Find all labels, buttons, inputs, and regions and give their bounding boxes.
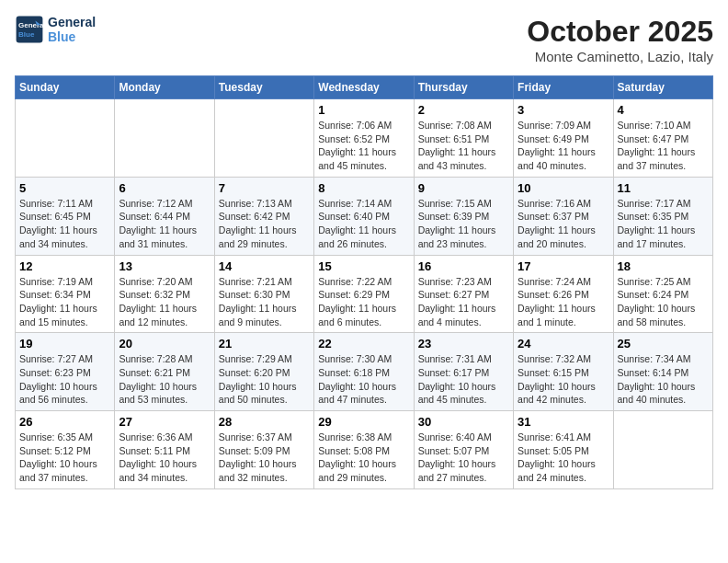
day-cell: 25Sunrise: 7:34 AM Sunset: 6:14 PM Dayli…: [613, 333, 712, 411]
header-thursday: Thursday: [414, 76, 513, 99]
day-cell: 29Sunrise: 6:38 AM Sunset: 5:08 PM Dayli…: [314, 411, 414, 489]
svg-text:General: General: [18, 21, 44, 29]
day-cell: 26Sunrise: 6:35 AM Sunset: 5:12 PM Dayli…: [16, 411, 115, 489]
header-monday: Monday: [115, 76, 214, 99]
day-cell: 21Sunrise: 7:29 AM Sunset: 6:20 PM Dayli…: [214, 333, 313, 411]
header-tuesday: Tuesday: [214, 76, 313, 99]
day-cell: 31Sunrise: 6:41 AM Sunset: 5:05 PM Dayli…: [514, 411, 613, 489]
day-cell: 23Sunrise: 7:31 AM Sunset: 6:17 PM Dayli…: [414, 333, 513, 411]
day-info: Sunrise: 7:09 AM Sunset: 6:49 PM Dayligh…: [518, 119, 609, 173]
day-info: Sunrise: 6:40 AM Sunset: 5:07 PM Dayligh…: [418, 431, 509, 485]
day-cell: [214, 99, 313, 178]
logo-general: General: [48, 15, 96, 29]
day-cell: [16, 99, 115, 178]
header-wednesday: Wednesday: [314, 76, 414, 99]
day-number: 7: [219, 181, 310, 195]
logo-blue: Blue: [48, 29, 96, 44]
day-info: Sunrise: 7:25 AM Sunset: 6:24 PM Dayligh…: [618, 275, 709, 329]
day-number: 17: [518, 259, 609, 273]
day-cell: 14Sunrise: 7:21 AM Sunset: 6:30 PM Dayli…: [214, 255, 313, 333]
day-info: Sunrise: 7:32 AM Sunset: 6:15 PM Dayligh…: [518, 352, 609, 407]
day-cell: 15Sunrise: 7:22 AM Sunset: 6:29 PM Dayli…: [314, 255, 414, 333]
day-cell: 19Sunrise: 7:27 AM Sunset: 6:23 PM Dayli…: [16, 333, 115, 411]
calendar-table: SundayMondayTuesdayWednesdayThursdayFrid…: [15, 75, 713, 489]
day-info: Sunrise: 7:20 AM Sunset: 6:32 PM Dayligh…: [119, 275, 210, 329]
day-info: Sunrise: 7:15 AM Sunset: 6:39 PM Dayligh…: [418, 197, 509, 251]
day-cell: 30Sunrise: 6:40 AM Sunset: 5:07 PM Dayli…: [414, 411, 513, 489]
day-cell: 22Sunrise: 7:30 AM Sunset: 6:18 PM Dayli…: [314, 333, 414, 411]
day-number: 14: [219, 259, 310, 273]
day-cell: [115, 99, 214, 178]
week-row-0: 1Sunrise: 7:06 AM Sunset: 6:52 PM Daylig…: [16, 99, 713, 178]
day-cell: 7Sunrise: 7:13 AM Sunset: 6:42 PM Daylig…: [214, 177, 313, 255]
day-cell: 27Sunrise: 6:36 AM Sunset: 5:11 PM Dayli…: [115, 411, 214, 489]
day-cell: 18Sunrise: 7:25 AM Sunset: 6:24 PM Dayli…: [613, 255, 712, 333]
day-number: 25: [618, 337, 709, 350]
day-cell: 9Sunrise: 7:15 AM Sunset: 6:39 PM Daylig…: [414, 177, 513, 255]
day-cell: 16Sunrise: 7:23 AM Sunset: 6:27 PM Dayli…: [414, 255, 513, 333]
day-number: 1: [318, 103, 409, 117]
day-info: Sunrise: 7:19 AM Sunset: 6:34 PM Dayligh…: [19, 275, 110, 329]
day-cell: 12Sunrise: 7:19 AM Sunset: 6:34 PM Dayli…: [16, 255, 115, 333]
day-number: 2: [418, 103, 509, 117]
day-number: 26: [19, 415, 110, 429]
day-number: 4: [618, 103, 709, 117]
header-saturday: Saturday: [613, 76, 712, 99]
day-info: Sunrise: 7:11 AM Sunset: 6:45 PM Dayligh…: [19, 197, 110, 251]
day-number: 15: [318, 259, 409, 273]
day-number: 8: [318, 181, 409, 195]
day-number: 20: [119, 337, 210, 350]
day-info: Sunrise: 6:35 AM Sunset: 5:12 PM Dayligh…: [19, 431, 110, 485]
day-cell: 1Sunrise: 7:06 AM Sunset: 6:52 PM Daylig…: [314, 99, 414, 178]
day-number: 11: [618, 181, 709, 195]
day-info: Sunrise: 7:34 AM Sunset: 6:14 PM Dayligh…: [618, 352, 709, 407]
day-number: 3: [518, 103, 609, 117]
day-number: 6: [119, 181, 210, 195]
day-number: 12: [19, 259, 110, 273]
day-cell: 11Sunrise: 7:17 AM Sunset: 6:35 PM Dayli…: [613, 177, 712, 255]
day-cell: 20Sunrise: 7:28 AM Sunset: 6:21 PM Dayli…: [115, 333, 214, 411]
month-title: October 2025: [527, 15, 713, 49]
day-info: Sunrise: 6:38 AM Sunset: 5:08 PM Dayligh…: [318, 431, 409, 485]
day-number: 5: [19, 181, 110, 195]
day-number: 10: [518, 181, 609, 195]
day-info: Sunrise: 7:21 AM Sunset: 6:30 PM Dayligh…: [219, 275, 310, 329]
day-number: 13: [119, 259, 210, 273]
day-cell: 8Sunrise: 7:14 AM Sunset: 6:40 PM Daylig…: [314, 177, 414, 255]
header-friday: Friday: [514, 76, 613, 99]
calendar-body: 1Sunrise: 7:06 AM Sunset: 6:52 PM Daylig…: [16, 99, 713, 489]
day-info: Sunrise: 6:36 AM Sunset: 5:11 PM Dayligh…: [119, 431, 210, 485]
day-info: Sunrise: 7:22 AM Sunset: 6:29 PM Dayligh…: [318, 275, 409, 329]
day-cell: 6Sunrise: 7:12 AM Sunset: 6:44 PM Daylig…: [115, 177, 214, 255]
week-row-4: 26Sunrise: 6:35 AM Sunset: 5:12 PM Dayli…: [16, 411, 713, 489]
day-number: 21: [219, 337, 310, 350]
day-number: 9: [418, 181, 509, 195]
day-number: 18: [618, 259, 709, 273]
day-cell: 2Sunrise: 7:08 AM Sunset: 6:51 PM Daylig…: [414, 99, 513, 178]
day-number: 19: [19, 337, 110, 350]
day-info: Sunrise: 7:16 AM Sunset: 6:37 PM Dayligh…: [518, 197, 609, 251]
day-cell: 17Sunrise: 7:24 AM Sunset: 6:26 PM Dayli…: [514, 255, 613, 333]
day-cell: 5Sunrise: 7:11 AM Sunset: 6:45 PM Daylig…: [16, 177, 115, 255]
day-number: 31: [518, 415, 609, 429]
day-cell: 4Sunrise: 7:10 AM Sunset: 6:47 PM Daylig…: [613, 99, 712, 178]
day-number: 24: [518, 337, 609, 350]
day-number: 30: [418, 415, 509, 429]
day-cell: 28Sunrise: 6:37 AM Sunset: 5:09 PM Dayli…: [214, 411, 313, 489]
day-cell: 13Sunrise: 7:20 AM Sunset: 6:32 PM Dayli…: [115, 255, 214, 333]
logo: General Blue General Blue: [15, 15, 96, 44]
day-number: 22: [318, 337, 409, 350]
day-info: Sunrise: 7:27 AM Sunset: 6:23 PM Dayligh…: [19, 352, 110, 407]
header-row: SundayMondayTuesdayWednesdayThursdayFrid…: [16, 76, 713, 99]
day-info: Sunrise: 6:37 AM Sunset: 5:09 PM Dayligh…: [219, 431, 310, 485]
day-info: Sunrise: 7:17 AM Sunset: 6:35 PM Dayligh…: [618, 197, 709, 251]
week-row-2: 12Sunrise: 7:19 AM Sunset: 6:34 PM Dayli…: [16, 255, 713, 333]
calendar-header: SundayMondayTuesdayWednesdayThursdayFrid…: [16, 76, 713, 99]
day-info: Sunrise: 7:24 AM Sunset: 6:26 PM Dayligh…: [518, 275, 609, 329]
day-info: Sunrise: 7:06 AM Sunset: 6:52 PM Dayligh…: [318, 119, 409, 173]
day-info: Sunrise: 7:28 AM Sunset: 6:21 PM Dayligh…: [119, 352, 210, 407]
day-number: 23: [418, 337, 509, 350]
day-cell: 24Sunrise: 7:32 AM Sunset: 6:15 PM Dayli…: [514, 333, 613, 411]
day-info: Sunrise: 7:31 AM Sunset: 6:17 PM Dayligh…: [418, 352, 509, 407]
day-cell: 3Sunrise: 7:09 AM Sunset: 6:49 PM Daylig…: [514, 99, 613, 178]
